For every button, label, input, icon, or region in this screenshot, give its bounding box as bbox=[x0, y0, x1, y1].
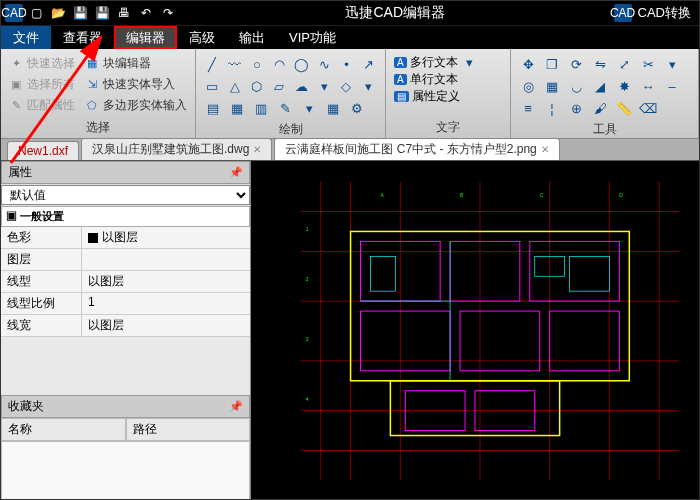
fillet-icon[interactable]: ◡ bbox=[567, 77, 585, 95]
rotate-icon[interactable]: ⟳ bbox=[567, 55, 585, 73]
hatch-icon[interactable]: ▦ bbox=[228, 99, 246, 117]
match-props-button[interactable]: ✎匹配属性 bbox=[9, 95, 79, 116]
properties-title-bar: 属性 📌 bbox=[1, 161, 250, 184]
text-a-icon: A bbox=[394, 57, 407, 68]
diamond-icon[interactable]: ◇ bbox=[338, 77, 354, 95]
group-select-title: 选择 bbox=[9, 117, 187, 136]
mirror-icon[interactable]: ⇋ bbox=[591, 55, 609, 73]
chevron-down-icon[interactable]: ▾ bbox=[300, 99, 318, 117]
tab-png[interactable]: 云满庭样板间施工图 C7中式 - 东方情户型2.png✕ bbox=[274, 138, 559, 160]
line-icon[interactable]: ╱ bbox=[204, 55, 220, 73]
singleline-text-button[interactable]: A单行文本 bbox=[394, 71, 502, 88]
work-area: 属性 📌 默认值 ▣ 一般设置 色彩 以图层 图层 线型 以图层 线型比例 1 … bbox=[1, 161, 699, 500]
measure-icon[interactable]: 📏 bbox=[615, 99, 633, 117]
polygon-entity-input-button[interactable]: ⬠多边形实体输入 bbox=[85, 95, 187, 116]
arc-icon[interactable]: ◠ bbox=[271, 55, 287, 73]
section-general[interactable]: ▣ 一般设置 bbox=[1, 206, 250, 227]
paint-icon[interactable]: 🖌 bbox=[591, 99, 609, 117]
trim-icon[interactable]: ✂ bbox=[639, 55, 657, 73]
pencil-icon[interactable]: ✎ bbox=[276, 99, 294, 117]
save-icon[interactable]: 💾 bbox=[71, 4, 89, 22]
prop-lineweight-value[interactable]: 以图层 bbox=[81, 315, 250, 337]
chevron-down-icon[interactable]: ▾ bbox=[361, 77, 377, 95]
block-editor-button[interactable]: ▦块编辑器 bbox=[85, 53, 187, 74]
prop-layer-value[interactable] bbox=[81, 249, 250, 271]
settings-icon[interactable]: ⚙ bbox=[348, 99, 366, 117]
print-icon[interactable]: 🖶 bbox=[115, 4, 133, 22]
redo-icon[interactable]: ↷ bbox=[159, 4, 177, 22]
menu-file[interactable]: 文件 bbox=[1, 26, 51, 49]
dash-icon[interactable]: – bbox=[663, 77, 681, 95]
svg-rect-18 bbox=[530, 241, 620, 301]
menu-editor[interactable]: 编辑器 bbox=[114, 26, 177, 49]
block-insert-icon[interactable]: ▤ bbox=[204, 99, 222, 117]
prop-ltscale-value[interactable]: 1 bbox=[81, 293, 250, 315]
new-icon[interactable]: ▢ bbox=[27, 4, 45, 22]
polyline-icon[interactable]: 〰 bbox=[226, 55, 242, 73]
circle-icon[interactable]: ○ bbox=[249, 55, 265, 73]
image-icon[interactable]: ▥ bbox=[252, 99, 270, 117]
close-icon[interactable]: ✕ bbox=[253, 144, 261, 155]
menu-viewer[interactable]: 查看器 bbox=[51, 26, 114, 49]
close-icon[interactable]: ✕ bbox=[541, 144, 549, 155]
chevron-down-icon[interactable]: ▾ bbox=[461, 53, 479, 71]
ray-icon[interactable]: ↗ bbox=[361, 55, 377, 73]
select-all-button[interactable]: ▣选择所有 bbox=[9, 74, 79, 95]
svg-rect-14 bbox=[351, 231, 630, 380]
prop-color-value[interactable]: 以图层 bbox=[81, 227, 250, 249]
tab-new1[interactable]: New1.dxf bbox=[7, 141, 79, 160]
menu-vip[interactable]: VIP功能 bbox=[277, 26, 348, 49]
copy-icon[interactable]: ❐ bbox=[543, 55, 561, 73]
triangle-icon[interactable]: △ bbox=[226, 77, 242, 95]
default-combo[interactable]: 默认值 bbox=[1, 185, 250, 205]
hexagon-icon[interactable]: ⬡ bbox=[249, 77, 265, 95]
region-icon[interactable]: ▱ bbox=[271, 77, 287, 95]
quick-select-button[interactable]: ✦快速选择 bbox=[9, 53, 79, 74]
menu-advanced[interactable]: 高级 bbox=[177, 26, 227, 49]
favorites-columns: 名称 路径 bbox=[1, 418, 250, 441]
menu-output[interactable]: 输出 bbox=[227, 26, 277, 49]
explode-icon[interactable]: ✸ bbox=[615, 77, 633, 95]
pin-icon[interactable]: 📌 bbox=[229, 400, 243, 413]
pin-icon[interactable]: 📌 bbox=[229, 166, 243, 179]
chamfer-icon[interactable]: ◢ bbox=[591, 77, 609, 95]
propdef-button[interactable]: ▤属性定义 bbox=[394, 88, 502, 105]
array-icon[interactable]: ▦ bbox=[543, 77, 561, 95]
quick-select-label: 快速选择 bbox=[27, 55, 75, 72]
cad-drawing: ABCD 1234 bbox=[251, 161, 699, 500]
move-icon[interactable]: ✥ bbox=[519, 55, 537, 73]
undo-icon[interactable]: ↶ bbox=[137, 4, 155, 22]
quick-entity-import-button[interactable]: ⇲快速实体导入 bbox=[85, 74, 187, 95]
break-icon[interactable]: ¦ bbox=[543, 99, 561, 117]
join-icon[interactable]: ⊕ bbox=[567, 99, 585, 117]
scale-icon[interactable]: ⤢ bbox=[615, 55, 633, 73]
prop-layer-label: 图层 bbox=[1, 249, 81, 271]
ellipse-icon[interactable]: ◯ bbox=[294, 55, 310, 73]
favorites-list[interactable] bbox=[1, 441, 250, 500]
svg-text:D: D bbox=[619, 193, 623, 198]
fav-col-path[interactable]: 路径 bbox=[126, 418, 251, 441]
prop-linetype-value[interactable]: 以图层 bbox=[81, 271, 250, 293]
import-icon: ⇲ bbox=[85, 78, 99, 92]
spline-icon[interactable]: ∿ bbox=[316, 55, 332, 73]
offset-icon[interactable]: ◎ bbox=[519, 77, 537, 95]
stretch-icon[interactable]: ↔ bbox=[639, 77, 657, 95]
eraser-icon[interactable]: ⌫ bbox=[639, 99, 657, 117]
rect-icon[interactable]: ▭ bbox=[204, 77, 220, 95]
svg-text:A: A bbox=[380, 193, 384, 198]
multiline-text-button[interactable]: A多行文本▾ bbox=[394, 53, 502, 71]
cloud-icon[interactable]: ☁ bbox=[294, 77, 310, 95]
drawing-canvas[interactable]: ABCD 1234 bbox=[251, 161, 699, 500]
fav-col-name[interactable]: 名称 bbox=[1, 418, 126, 441]
table-icon[interactable]: ▦ bbox=[324, 99, 342, 117]
tab-dwg[interactable]: 汉泉山庄别墅建筑施工图.dwg✕ bbox=[81, 138, 272, 160]
open-icon[interactable]: 📂 bbox=[49, 4, 67, 22]
saveas-icon[interactable]: 💾 bbox=[93, 4, 111, 22]
point-icon[interactable]: • bbox=[338, 55, 354, 73]
cad-convert-button[interactable]: CAD转换 bbox=[638, 4, 691, 22]
chevron-down-icon[interactable]: ▾ bbox=[663, 55, 681, 73]
svg-text:2: 2 bbox=[306, 277, 309, 282]
chevron-down-icon[interactable]: ▾ bbox=[316, 77, 332, 95]
align-icon[interactable]: ≡ bbox=[519, 99, 537, 117]
ribbon-group-text: A多行文本▾ A单行文本 ▤属性定义 文字 bbox=[386, 49, 511, 138]
